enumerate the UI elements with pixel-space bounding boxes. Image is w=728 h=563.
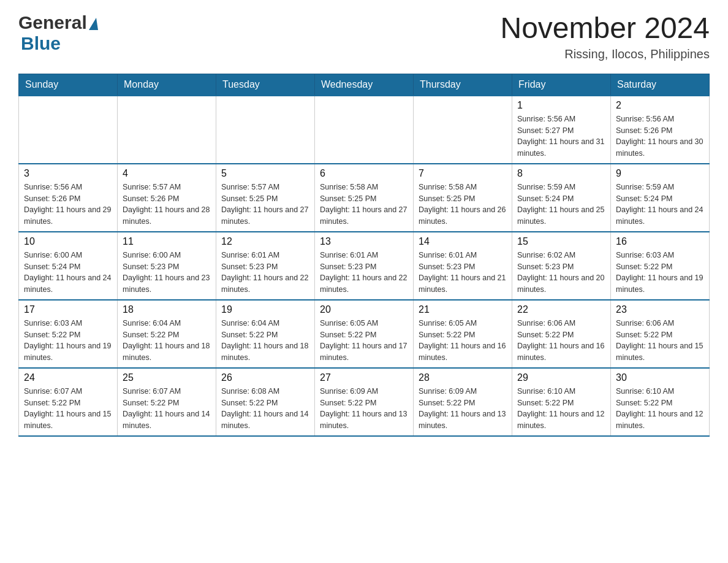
calendar-cell: 24Sunrise: 6:07 AMSunset: 5:22 PMDayligh… xyxy=(19,368,118,436)
calendar-cell xyxy=(414,96,512,164)
day-number: 1 xyxy=(517,100,605,111)
day-number: 20 xyxy=(320,304,408,315)
day-number: 28 xyxy=(419,372,507,383)
logo-general-text: General xyxy=(18,12,87,33)
calendar-cell: 29Sunrise: 6:10 AMSunset: 5:22 PMDayligh… xyxy=(512,368,611,436)
calendar-cell xyxy=(19,96,118,164)
calendar-cell: 2Sunrise: 5:56 AMSunset: 5:26 PMDaylight… xyxy=(611,96,710,164)
day-info: Sunrise: 6:09 AMSunset: 5:22 PMDaylight:… xyxy=(320,386,408,432)
day-info: Sunrise: 6:01 AMSunset: 5:23 PMDaylight:… xyxy=(320,250,408,296)
day-number: 11 xyxy=(123,236,211,247)
day-info: Sunrise: 6:03 AMSunset: 5:22 PMDaylight:… xyxy=(616,250,704,296)
day-number: 21 xyxy=(419,304,507,315)
column-header-tuesday: Tuesday xyxy=(216,74,315,96)
calendar-cell: 11Sunrise: 6:00 AMSunset: 5:23 PMDayligh… xyxy=(118,232,216,300)
day-info: Sunrise: 6:01 AMSunset: 5:23 PMDaylight:… xyxy=(221,250,309,296)
calendar-cell xyxy=(118,96,216,164)
calendar-cell: 28Sunrise: 6:09 AMSunset: 5:22 PMDayligh… xyxy=(414,368,512,436)
day-number: 23 xyxy=(616,304,704,315)
calendar-cell: 5Sunrise: 5:57 AMSunset: 5:25 PMDaylight… xyxy=(216,164,315,232)
day-number: 12 xyxy=(221,236,309,247)
day-info: Sunrise: 6:06 AMSunset: 5:22 PMDaylight:… xyxy=(517,318,605,364)
calendar-cell: 6Sunrise: 5:58 AMSunset: 5:25 PMDaylight… xyxy=(315,164,414,232)
day-number: 22 xyxy=(517,304,605,315)
day-number: 19 xyxy=(221,304,309,315)
page-header: General Blue November 2024 Rissing, Iloc… xyxy=(18,12,710,61)
calendar-cell: 9Sunrise: 5:59 AMSunset: 5:24 PMDaylight… xyxy=(611,164,710,232)
day-info: Sunrise: 6:03 AMSunset: 5:22 PMDaylight:… xyxy=(24,318,112,364)
day-number: 15 xyxy=(517,236,605,247)
calendar-cell: 19Sunrise: 6:04 AMSunset: 5:22 PMDayligh… xyxy=(216,300,315,368)
day-info: Sunrise: 5:56 AMSunset: 5:26 PMDaylight:… xyxy=(616,113,704,159)
day-info: Sunrise: 6:04 AMSunset: 5:22 PMDaylight:… xyxy=(221,318,309,364)
calendar-cell: 26Sunrise: 6:08 AMSunset: 5:22 PMDayligh… xyxy=(216,368,315,436)
day-number: 8 xyxy=(517,168,605,179)
day-info: Sunrise: 6:07 AMSunset: 5:22 PMDaylight:… xyxy=(24,386,112,432)
column-header-saturday: Saturday xyxy=(611,74,710,96)
day-number: 10 xyxy=(24,236,112,247)
calendar-cell: 27Sunrise: 6:09 AMSunset: 5:22 PMDayligh… xyxy=(315,368,414,436)
day-info: Sunrise: 5:59 AMSunset: 5:24 PMDaylight:… xyxy=(517,182,605,228)
day-number: 6 xyxy=(320,168,408,179)
day-number: 2 xyxy=(616,100,704,111)
subtitle: Rissing, Ilocos, Philippines xyxy=(500,47,710,61)
logo-triangle-icon xyxy=(89,18,98,30)
day-info: Sunrise: 6:06 AMSunset: 5:22 PMDaylight:… xyxy=(616,318,704,364)
day-number: 26 xyxy=(221,372,309,383)
day-number: 16 xyxy=(616,236,704,247)
day-info: Sunrise: 6:09 AMSunset: 5:22 PMDaylight:… xyxy=(419,386,507,432)
day-number: 5 xyxy=(221,168,309,179)
calendar-cell: 23Sunrise: 6:06 AMSunset: 5:22 PMDayligh… xyxy=(611,300,710,368)
calendar-week-row: 24Sunrise: 6:07 AMSunset: 5:22 PMDayligh… xyxy=(19,368,710,436)
day-info: Sunrise: 5:56 AMSunset: 5:26 PMDaylight:… xyxy=(24,182,112,228)
column-header-thursday: Thursday xyxy=(414,74,512,96)
logo: General Blue xyxy=(18,12,98,54)
day-number: 24 xyxy=(24,372,112,383)
calendar-cell: 14Sunrise: 6:01 AMSunset: 5:23 PMDayligh… xyxy=(414,232,512,300)
calendar-week-row: 10Sunrise: 6:00 AMSunset: 5:24 PMDayligh… xyxy=(19,232,710,300)
day-number: 18 xyxy=(123,304,211,315)
calendar-cell: 21Sunrise: 6:05 AMSunset: 5:22 PMDayligh… xyxy=(414,300,512,368)
day-number: 17 xyxy=(24,304,112,315)
day-number: 27 xyxy=(320,372,408,383)
day-number: 9 xyxy=(616,168,704,179)
day-info: Sunrise: 5:56 AMSunset: 5:27 PMDaylight:… xyxy=(517,113,605,159)
calendar-cell: 17Sunrise: 6:03 AMSunset: 5:22 PMDayligh… xyxy=(19,300,118,368)
calendar-cell: 7Sunrise: 5:58 AMSunset: 5:25 PMDaylight… xyxy=(414,164,512,232)
calendar-cell: 4Sunrise: 5:57 AMSunset: 5:26 PMDaylight… xyxy=(118,164,216,232)
day-info: Sunrise: 5:57 AMSunset: 5:26 PMDaylight:… xyxy=(123,182,211,228)
calendar-cell: 20Sunrise: 6:05 AMSunset: 5:22 PMDayligh… xyxy=(315,300,414,368)
calendar-cell: 8Sunrise: 5:59 AMSunset: 5:24 PMDaylight… xyxy=(512,164,611,232)
calendar-cell: 3Sunrise: 5:56 AMSunset: 5:26 PMDaylight… xyxy=(19,164,118,232)
calendar-cell: 25Sunrise: 6:07 AMSunset: 5:22 PMDayligh… xyxy=(118,368,216,436)
page-title: November 2024 xyxy=(500,12,710,45)
calendar-cell: 16Sunrise: 6:03 AMSunset: 5:22 PMDayligh… xyxy=(611,232,710,300)
calendar-cell: 10Sunrise: 6:00 AMSunset: 5:24 PMDayligh… xyxy=(19,232,118,300)
calendar-cell: 13Sunrise: 6:01 AMSunset: 5:23 PMDayligh… xyxy=(315,232,414,300)
day-info: Sunrise: 6:00 AMSunset: 5:23 PMDaylight:… xyxy=(123,250,211,296)
day-number: 3 xyxy=(24,168,112,179)
day-info: Sunrise: 6:10 AMSunset: 5:22 PMDaylight:… xyxy=(616,386,704,432)
day-info: Sunrise: 5:57 AMSunset: 5:25 PMDaylight:… xyxy=(221,182,309,228)
calendar-week-row: 1Sunrise: 5:56 AMSunset: 5:27 PMDaylight… xyxy=(19,96,710,164)
day-info: Sunrise: 6:05 AMSunset: 5:22 PMDaylight:… xyxy=(419,318,507,364)
calendar-cell: 1Sunrise: 5:56 AMSunset: 5:27 PMDaylight… xyxy=(512,96,611,164)
calendar-cell: 30Sunrise: 6:10 AMSunset: 5:22 PMDayligh… xyxy=(611,368,710,436)
day-info: Sunrise: 6:02 AMSunset: 5:23 PMDaylight:… xyxy=(517,250,605,296)
day-number: 4 xyxy=(123,168,211,179)
day-number: 30 xyxy=(616,372,704,383)
day-info: Sunrise: 6:07 AMSunset: 5:22 PMDaylight:… xyxy=(123,386,211,432)
calendar-cell: 18Sunrise: 6:04 AMSunset: 5:22 PMDayligh… xyxy=(118,300,216,368)
day-number: 7 xyxy=(419,168,507,179)
day-info: Sunrise: 6:01 AMSunset: 5:23 PMDaylight:… xyxy=(419,250,507,296)
calendar-cell: 22Sunrise: 6:06 AMSunset: 5:22 PMDayligh… xyxy=(512,300,611,368)
day-info: Sunrise: 6:00 AMSunset: 5:24 PMDaylight:… xyxy=(24,250,112,296)
calendar-cell: 12Sunrise: 6:01 AMSunset: 5:23 PMDayligh… xyxy=(216,232,315,300)
day-info: Sunrise: 5:58 AMSunset: 5:25 PMDaylight:… xyxy=(419,182,507,228)
day-number: 13 xyxy=(320,236,408,247)
day-number: 14 xyxy=(419,236,507,247)
title-area: November 2024 Rissing, Ilocos, Philippin… xyxy=(500,12,710,61)
column-header-monday: Monday xyxy=(118,74,216,96)
calendar-cell xyxy=(315,96,414,164)
calendar-header-row: SundayMondayTuesdayWednesdayThursdayFrid… xyxy=(19,74,710,96)
